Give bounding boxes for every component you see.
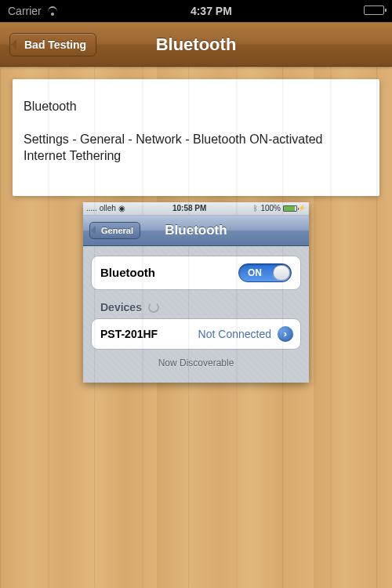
app-content: Bad Testing Bluetooth Bluetooth Settings… — [0, 22, 392, 588]
devices-section-header: Devices — [91, 290, 301, 318]
wifi-icon: ◉ — [118, 204, 125, 212]
carrier-label: Carrier — [8, 5, 42, 17]
battery-icon — [283, 205, 297, 212]
battery-percentage: 100% — [260, 204, 281, 212]
toggle-on-label: ON — [248, 267, 262, 278]
app-nav-bar: Bad Testing Bluetooth — [0, 23, 392, 67]
inner-page-title: Bluetooth — [165, 223, 227, 238]
charging-icon: ⚡ — [298, 205, 306, 212]
inner-carrier-label: ..... olleh — [86, 204, 116, 212]
device-list: PST-201HF Not Connected › — [91, 318, 301, 350]
bluetooth-toggle[interactable]: ON — [238, 263, 292, 282]
toggle-knob — [273, 265, 290, 281]
detail-disclosure-icon[interactable]: › — [278, 326, 293, 342]
inner-status-time: 10:58 PM — [125, 204, 254, 212]
inner-settings-body: Bluetooth ON Devices PST-201HF Not Conne… — [83, 246, 309, 383]
inner-screenshot: ..... olleh ◉ 10:58 PM ᛒ 100% ⚡ General … — [83, 202, 309, 383]
inner-status-bar: ..... olleh ◉ 10:58 PM ᛒ 100% ⚡ — [83, 202, 309, 215]
bluetooth-toggle-group: Bluetooth ON — [91, 256, 301, 290]
bluetooth-row: Bluetooth ON — [92, 256, 300, 289]
device-name: PST-201HF — [100, 328, 198, 340]
card-body: Settings - General - Network - Bluetooth… — [24, 131, 368, 165]
outer-status-bar: Carrier 4:37 PM — [0, 0, 392, 22]
instruction-card: Bluetooth Settings - General - Network -… — [13, 79, 379, 196]
page-title: Bluetooth — [156, 34, 237, 55]
status-time: 4:37 PM — [59, 5, 364, 17]
card-heading: Bluetooth — [24, 98, 368, 115]
back-button[interactable]: Bad Testing — [9, 33, 96, 56]
inner-back-button[interactable]: General — [89, 222, 140, 239]
inner-nav-bar: General Bluetooth — [83, 215, 309, 246]
battery-icon — [364, 5, 384, 15]
device-status: Not Connected — [198, 328, 271, 340]
devices-header-label: Devices — [100, 301, 142, 314]
wifi-icon — [46, 6, 59, 16]
bluetooth-icon: ᛒ — [253, 204, 258, 212]
device-row[interactable]: PST-201HF Not Connected › — [92, 319, 300, 349]
bluetooth-row-label: Bluetooth — [100, 266, 155, 279]
discoverable-label: Now Discoverable — [91, 350, 301, 370]
loading-spinner-icon — [148, 302, 159, 313]
